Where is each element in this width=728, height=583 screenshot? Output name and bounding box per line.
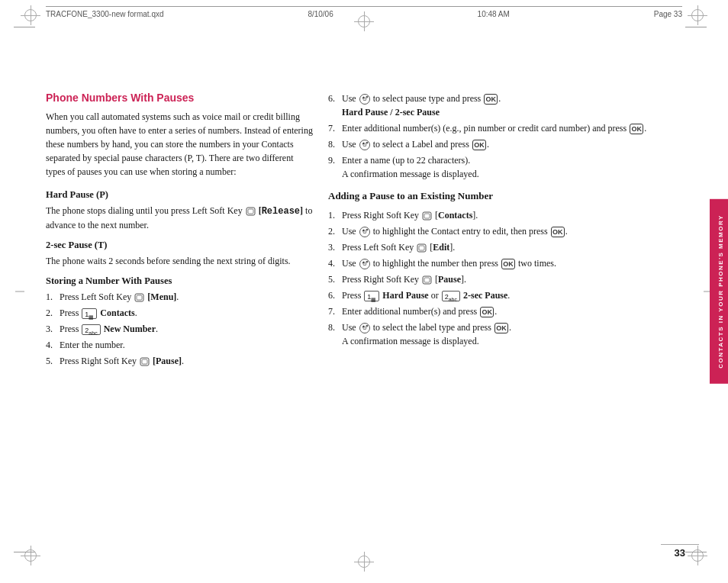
ok-icon-4: OK (501, 259, 515, 269)
right-column: 6. Use ⊙ to select pause type and press … (328, 31, 667, 552)
svg-rect-3 (137, 295, 142, 300)
ok-icon-8: OK (472, 140, 486, 150)
svg-rect-7 (424, 214, 430, 218)
scroll-icon-6: ⊙ (359, 94, 370, 105)
cont-step-9: 9. Enter a name (up to 22 characters).A … (328, 153, 659, 181)
hard-pause-text: The phone stops dialing until you press … (46, 204, 313, 232)
svg-rect-1 (248, 209, 253, 214)
ok-icon-2: OK (551, 227, 565, 237)
reg-mark-top-right (691, 9, 704, 21)
header-page: Page 33 (654, 10, 682, 18)
crop-mark-br (685, 552, 707, 552)
left-softkey-icon-hard-pause (246, 206, 256, 217)
section-title: Phone Numbers With Pauses (46, 92, 313, 104)
left-column: Phone Numbers With Pauses When you call … (46, 31, 328, 552)
scroll-icon-4: ⊙ (359, 259, 370, 269)
adding-step-7: 7. Enter additional number(s) and press … (328, 304, 659, 318)
edit-key-label: Edit (433, 242, 449, 253)
crop-mark-tl (14, 27, 35, 27)
key-1-contacts: 1▦ (82, 308, 97, 319)
adding-step-1: 1. Press Right Soft Key [Contacts]. (328, 208, 659, 222)
side-mark-left (15, 292, 24, 292)
svg-rect-0 (246, 208, 255, 215)
adding-title: Adding a Pause to an Existing Number (328, 190, 659, 202)
cont-step-6: 6. Use ⊙ to select pause type and press … (328, 92, 659, 119)
hard-pause-title: Hard Pause (P) (46, 189, 313, 201)
hard-pause-key-text: [Release] (259, 205, 303, 216)
adding-step-2: 2. Use ⊙ to highlight the Contact entry … (328, 224, 659, 238)
adding-steps-list: 1. Press Right Soft Key [Contacts]. 2. U… (328, 208, 659, 348)
adding-step-5: 5. Press Right Soft Key [Pause]. (328, 272, 659, 286)
storing-steps-list: 1. Press Left Soft Key [Menu]. 2. Press … (46, 290, 313, 368)
adding-step-4: 4. Use ⊙ to highlight the number then pr… (328, 256, 659, 270)
menu-key-label: [Menu] (147, 292, 176, 302)
pause-key-label-storing: [Pause] (153, 356, 182, 366)
pause-key-label-adding: Pause (438, 274, 461, 285)
contacts-bold: Contacts (438, 210, 472, 221)
right-softkey-icon-pause-storing (140, 356, 150, 367)
header-time: 10:48 AM (478, 10, 510, 18)
storing-step-4: 4. Enter the number. (46, 338, 313, 352)
header-date: 8/10/06 (308, 10, 333, 18)
side-tab-text: CONTACTS IN YOUR PHONE'S MEMORY (717, 214, 724, 369)
cont-step-7: 7. Enter additional number(s) (e.g., pin… (328, 121, 659, 135)
ok-icon-7b: OK (480, 307, 494, 317)
page-number: 33 (675, 547, 685, 559)
key-1-hardpause: 1▦ (364, 291, 379, 301)
hard-pause-2sec-label: Hard Pause / 2-sec Pause (342, 107, 440, 118)
svg-rect-2 (135, 294, 143, 301)
scroll-icon-2: ⊙ (359, 227, 370, 237)
header-file: TRACFONE_3300-new format.qxd (46, 10, 164, 18)
cont-step-8: 8. Use ⊙ to select a Label and press OK. (328, 137, 659, 151)
storing-step-2: 2. Press 1▦ Contacts. (46, 306, 313, 320)
reg-mark-bottom-center (358, 556, 370, 568)
side-tab: CONTACTS IN YOUR PHONE'S MEMORY (710, 199, 728, 384)
scroll-icon-8: ⊙ (359, 140, 370, 150)
adding-step-6: 6. Press 1▦ Hard Pause or 2abc 2-sec Pau… (328, 288, 659, 302)
continued-steps-list: 6. Use ⊙ to select pause type and press … (328, 92, 659, 181)
storing-step-3: 3. Press 2abc New Number. (46, 322, 313, 336)
main-content: Phone Numbers With Pauses When you call … (46, 31, 667, 552)
svg-rect-5 (142, 359, 147, 364)
header-bar: TRACFONE_3300-new format.qxd 8/10/06 10:… (46, 6, 682, 18)
hard-pause-text-before: The phone stops dialing until you press … (46, 205, 243, 216)
intro-text: When you call automated systems such as … (46, 110, 313, 179)
ok-icon-8b: OK (494, 323, 508, 333)
svg-rect-11 (424, 278, 430, 282)
scroll-icon-8b: ⊙ (359, 323, 370, 333)
key-2-newnumber: 2abc (82, 324, 100, 335)
svg-rect-9 (419, 246, 424, 250)
page-sep-line (661, 544, 699, 545)
storing-step-1: 1. Press Left Soft Key [Menu]. (46, 290, 313, 304)
storing-title: Storing a Number With Pauses (46, 275, 313, 287)
crop-mark-bl (14, 552, 35, 552)
svg-rect-4 (140, 358, 149, 366)
right-softkey-icon-contacts (422, 211, 432, 221)
left-softkey-icon-edit (417, 243, 427, 253)
twosec-pause-text: The phone waits 2 seconds before sending… (46, 254, 313, 268)
reg-mark-top-left (24, 9, 37, 21)
twosec-pause-title: 2-sec Pause (T) (46, 240, 313, 251)
adding-step-3: 3. Press Left Soft Key [Edit]. (328, 240, 659, 254)
right-softkey-icon-pause-adding (422, 275, 432, 285)
key-2-twosec: 2abc (442, 291, 460, 301)
crop-mark-tr (685, 27, 707, 27)
adding-step-8: 8. Use ⊙ to select the label type and pr… (328, 320, 659, 348)
ok-icon-6: OK (484, 94, 498, 105)
ok-icon-7: OK (630, 124, 643, 134)
left-softkey-icon-menu (134, 292, 144, 303)
storing-step-5: 5. Press Right Soft Key [Pause]. (46, 354, 313, 368)
